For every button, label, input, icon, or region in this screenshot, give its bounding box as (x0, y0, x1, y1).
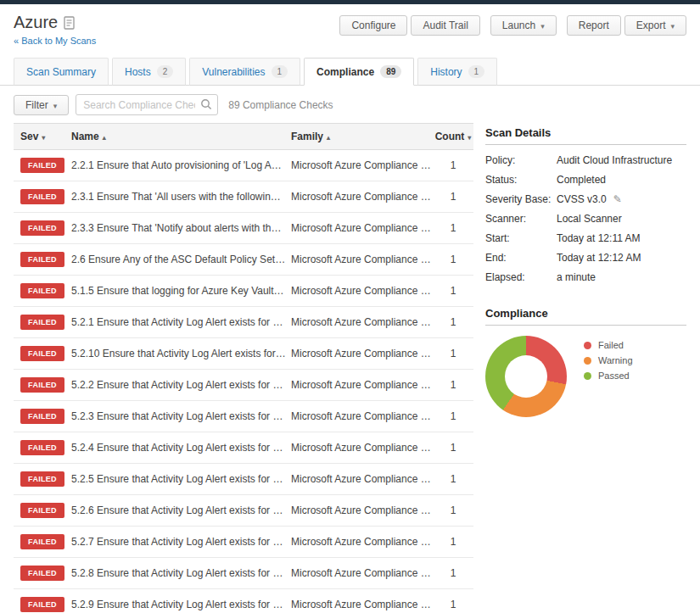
tab-history[interactable]: History1 (417, 58, 497, 86)
tab-count-badge: 2 (157, 65, 174, 78)
launch-button[interactable]: Launch▾ (490, 15, 557, 36)
table-row[interactable]: FAILED 5.2.5 Ensure that Activity Log Al… (14, 464, 473, 495)
severity-badge: FAILED (20, 534, 64, 549)
scan-details-title: Scan Details (485, 126, 686, 139)
policy-document-icon (64, 16, 75, 30)
severity-badge: FAILED (20, 409, 64, 424)
severity-badge: FAILED (20, 315, 64, 330)
detail-policy: Policy:Audit Cloud Infrastructure (485, 153, 686, 168)
table-body: FAILED 2.2.1 Ensure that Auto provisioni… (14, 150, 473, 613)
check-family: Microsoft Azure Compliance Ch... (291, 379, 433, 391)
table-row[interactable]: FAILED 5.2.9 Ensure that Activity Log Al… (14, 589, 473, 613)
table-row[interactable]: FAILED 5.1.5 Ensure that logging for Azu… (14, 276, 473, 307)
check-name: 5.2.1 Ensure that Activity Log Alert exi… (71, 316, 291, 328)
check-count: 1 (433, 379, 473, 391)
table-row[interactable]: FAILED 2.3.1 Ensure That 'All users with… (14, 181, 473, 213)
table-row[interactable]: FAILED 2.3.3 Ensure That 'Notify about a… (14, 213, 473, 244)
legend-dot (584, 372, 591, 380)
column-header-count[interactable]: Count▾ (433, 131, 473, 142)
compliance-count-label: 89 Compliance Checks (228, 99, 333, 111)
configure-button[interactable]: Configure (339, 15, 407, 36)
detail-start: Start:Today at 12:11 AM (485, 231, 686, 246)
legend-item: Warning (584, 355, 633, 365)
table-row[interactable]: FAILED 5.2.1 Ensure that Activity Log Al… (14, 307, 473, 338)
tab-vulnerabilities[interactable]: Vulnerabilities1 (189, 58, 300, 86)
tab-hosts[interactable]: Hosts2 (112, 58, 186, 86)
export-button[interactable]: Export▾ (624, 15, 686, 36)
table-row[interactable]: FAILED 5.2.8 Ensure that Activity Log Al… (14, 558, 473, 589)
legend-dot (584, 342, 591, 349)
check-family: Microsoft Azure Compliance Ch... (291, 599, 433, 610)
check-count: 1 (433, 348, 473, 359)
table-row[interactable]: FAILED 2.6 Ensure Any of the ASC Default… (14, 244, 473, 276)
audit-trail-button[interactable]: Audit Trail (411, 15, 479, 36)
sort-icon: ▴ (103, 134, 106, 142)
compliance-panel-title: Compliance (485, 307, 686, 320)
chevron-down-icon: ▾ (670, 22, 675, 31)
page-title: Azure (14, 13, 58, 32)
check-name: 5.2.5 Ensure that Activity Log Alert exi… (71, 473, 291, 485)
back-to-scans-link[interactable]: « Back to My Scans (14, 36, 96, 46)
check-name: 5.2.10 Ensure that Activity Log Alert ex… (71, 348, 291, 359)
table-row[interactable]: FAILED 5.2.7 Ensure that Activity Log Al… (14, 527, 473, 558)
back-arrow-icon: « (14, 36, 19, 46)
check-name: 5.1.5 Ensure that logging for Azure Key … (71, 285, 291, 297)
check-name: 5.2.3 Ensure that Activity Log Alert exi… (71, 410, 291, 422)
check-name: 5.2.9 Ensure that Activity Log Alert exi… (71, 599, 291, 610)
check-family: Microsoft Azure Compliance Ch... (291, 285, 433, 297)
severity-badge: FAILED (20, 220, 64, 236)
check-count: 1 (433, 567, 473, 579)
column-header-sev[interactable]: Sev▾ (14, 131, 71, 142)
filter-button[interactable]: Filter▾ (14, 95, 69, 115)
check-count: 1 (433, 316, 473, 328)
severity-badge: FAILED (20, 566, 64, 581)
check-count: 1 (433, 410, 473, 422)
table-row[interactable]: FAILED 5.2.10 Ensure that Activity Log A… (14, 338, 473, 370)
detail-end: End:Today at 12:12 AM (485, 251, 686, 265)
sort-icon: ▴ (327, 134, 330, 142)
check-family: Microsoft Azure Compliance Ch... (291, 254, 433, 265)
search-input[interactable] (76, 94, 218, 115)
check-family: Microsoft Azure Compliance Ch... (291, 442, 433, 454)
legend-item: Failed (584, 340, 633, 350)
column-header-family[interactable]: Family▴ (291, 131, 433, 142)
tab-scan-summary[interactable]: Scan Summary (14, 58, 109, 86)
column-header-name[interactable]: Name▴ (71, 131, 291, 142)
severity-badge: FAILED (20, 597, 64, 612)
check-count: 1 (433, 254, 473, 265)
table-row[interactable]: FAILED 5.2.4 Ensure that Activity Log Al… (14, 432, 473, 464)
check-family: Microsoft Azure Compliance Ch... (291, 348, 433, 359)
check-name: 5.2.2 Ensure that Activity Log Alert exi… (71, 379, 291, 391)
check-name: 2.3.1 Ensure That 'All users with the fo… (71, 191, 291, 203)
legend-item: Passed (584, 371, 633, 381)
severity-badge: FAILED (20, 189, 64, 204)
tab-compliance[interactable]: Compliance89 (304, 58, 414, 86)
tab-count-badge: 1 (272, 65, 288, 78)
edit-severity-base-icon[interactable]: ✎ (613, 192, 622, 207)
severity-badge: FAILED (20, 503, 64, 518)
table-row[interactable]: FAILED 5.2.3 Ensure that Activity Log Al… (14, 401, 473, 432)
check-name: 5.2.6 Ensure that Activity Log Alert exi… (71, 504, 291, 516)
tab-bar: Scan Summary Hosts2 Vulnerabilities1 Com… (0, 51, 700, 86)
legend-label: Passed (598, 371, 630, 381)
check-count: 1 (433, 222, 473, 234)
table-row[interactable]: FAILED 2.2.1 Ensure that Auto provisioni… (14, 150, 473, 181)
check-count: 1 (433, 504, 473, 516)
chevron-down-icon: ▾ (540, 22, 545, 31)
report-button[interactable]: Report (567, 15, 621, 36)
sort-icon: ▾ (468, 134, 471, 142)
table-row[interactable]: FAILED 5.2.6 Ensure that Activity Log Al… (14, 495, 473, 527)
donut-hole (505, 355, 547, 398)
table-header-row: Sev▾ Name▴ Family▴ Count▾ (14, 123, 473, 150)
check-count: 1 (433, 159, 473, 171)
check-count: 1 (433, 473, 473, 485)
check-name: 5.2.4 Ensure that Activity Log Alert exi… (71, 442, 291, 454)
table-row[interactable]: FAILED 5.2.2 Ensure that Activity Log Al… (14, 370, 473, 401)
search-icon[interactable] (200, 98, 212, 114)
chevron-down-icon: ▾ (53, 102, 58, 110)
sort-icon: ▾ (42, 134, 45, 142)
severity-badge: FAILED (20, 252, 64, 267)
page: Azure « Back to My Scans Configure Audit… (0, 0, 700, 613)
compliance-table: Sev▾ Name▴ Family▴ Count▾ FAILED 2.2.1 E… (14, 123, 473, 613)
check-family: Microsoft Azure Compliance Ch... (291, 159, 433, 171)
